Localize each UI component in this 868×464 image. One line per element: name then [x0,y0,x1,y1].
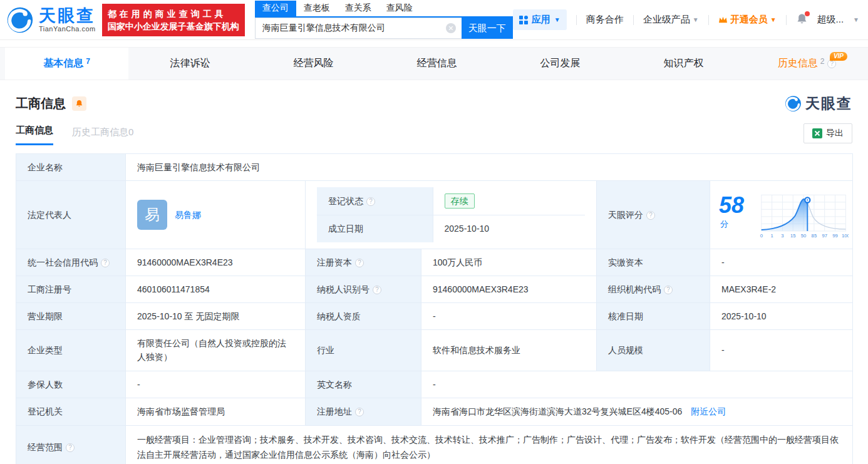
svg-text:3: 3 [781,232,783,238]
uscc-label: 统一社会信用代码? [16,249,126,276]
help-icon[interactable]: ? [373,286,381,294]
registered-address-label: 注册地址? [306,398,421,425]
staff-size-value: - [710,329,853,371]
subtab-business-info[interactable]: 工商信息 [16,125,53,145]
vip-badge: VIP [830,52,847,61]
taxpayer-id-label: 纳税人识别号? [306,276,421,302]
table-row: 统一社会信用代码? 91460000MAEX3R4E23 注册资本? 100万人… [16,249,853,276]
notification-bell[interactable] [796,13,808,27]
brand-name: 天眼查 [39,7,96,24]
table-row: 企业名称 海南巨量引擎信息技术有限公司 [16,154,853,181]
legal-rep-name-link[interactable]: 易鲁娜 [175,208,201,222]
notification-dot [805,11,810,16]
uscc-value: 91460000MAEX3R4E23 [126,249,306,276]
svg-text:15: 15 [790,232,796,238]
table-row: 参保人数 - 英文名称 - [16,371,853,398]
search-tab-company[interactable]: 查公司 [255,1,296,16]
company-name-label: 企业名称 [16,154,126,181]
watermark-logo: 天眼查 [785,94,852,113]
monitor-bell-button[interactable] [72,96,86,111]
score-distribution-chart: 0 1 3 15 50 85 97 99 100 [758,190,849,239]
tab-legal-proceedings[interactable]: 法律诉讼 [128,48,252,80]
industry-label: 行业 [306,329,421,371]
table-row: 营业期限 2025-10-10 至 无固定期限 纳税人资质 - 核准日期 202… [16,302,853,329]
legal-rep-avatar[interactable]: 易 [137,200,167,230]
score-label: 天眼评分? [597,181,710,249]
registered-address-value: 海南省海口市龙华区滨海街道滨海大道32号复兴城E区4楼405-06 附近公司 [421,398,853,425]
help-icon[interactable]: ? [355,408,364,416]
staff-size-label: 人员规模 [597,329,710,371]
tab-operation-info[interactable]: 经营信息 [375,48,499,80]
help-icon[interactable]: ? [366,197,375,206]
tab-intellectual-property[interactable]: 知识产权 [622,48,745,80]
nav-user-account[interactable]: 超级... [817,14,844,26]
help-icon[interactable]: ? [646,211,655,220]
english-name-value: - [421,371,853,398]
search-tab-risk[interactable]: 查风险 [379,1,420,16]
section-title: 工商信息 [16,95,66,112]
svg-text:100: 100 [842,232,849,238]
divider [708,15,709,25]
spacer [0,40,868,47]
main-content: 工商信息 天眼查 工商信息 历史工商信息0 导出 [0,94,868,464]
search-button[interactable]: 天眼一下 [462,18,513,39]
table-row: 工商注册号 460106011471854 纳税人识别号? 91460000MA… [16,276,853,302]
table-row: 经营范围? 一般经营项目：企业管理咨询；技术服务、技术开发、技术咨询、技术交流、… [16,425,853,464]
tab-operation-risk[interactable]: 经营风险 [252,48,375,80]
establish-date-label: 成立日期 [317,215,433,242]
tab-history-info[interactable]: VIP 历史信息 2 ? [745,48,868,80]
help-icon[interactable]: ? [101,259,110,267]
nav-enterprise-products[interactable]: 企业级产品 ▼ [643,14,699,26]
clear-search-icon[interactable]: ✕ [446,23,456,33]
apps-label: 应用 [532,14,550,26]
top-header: 天眼查 TianYanCha.com 都在用的商业查询工具 国家中小企业发展子基… [0,0,868,40]
search-input[interactable] [255,18,462,39]
search-tab-relation[interactable]: 查关系 [338,1,379,16]
company-type-label: 企业类型 [16,329,126,371]
slogan-line2: 国家中小企业发展子基金旗下机构 [108,20,239,33]
divider [576,15,577,25]
table-row: 法定代表人 易 易鲁娜 登记状态? 存续 [16,181,853,249]
table-row: 成立日期 2025-10-10 [317,215,585,242]
taxpayer-quality-label: 纳税人资质 [306,302,421,329]
score-number: 58分 [719,198,752,231]
company-type-value: 有限责任公司（自然人投资或控股的法人独资） [126,329,306,371]
nav-business-coop[interactable]: 商务合作 [586,14,624,26]
paid-capital-value: - [710,249,853,276]
company-tab-bar: 基本信息 7 法律诉讼 经营风险 经营信息 公司发展 知识产权 VIP 历史信息… [0,47,868,80]
export-button[interactable]: 导出 [803,123,852,143]
crown-icon [718,16,728,24]
paid-capital-label: 实缴资本 [597,249,710,276]
svg-text:85: 85 [812,232,817,238]
tianyancha-logo[interactable]: 天眼查 TianYanCha.com [6,6,96,34]
legal-rep-label: 法定代表人 [16,181,126,249]
brand-domain: TianYanCha.com [39,25,96,33]
tab-company-development[interactable]: 公司发展 [499,48,622,80]
help-icon[interactable]: ? [664,286,673,294]
help-icon[interactable]: ? [355,259,364,267]
tab-basic-info[interactable]: 基本信息 7 [5,48,128,80]
establish-date-value: 2025-10-10 [433,215,585,242]
chevron-down-icon: ▼ [693,16,699,23]
svg-text:1: 1 [770,232,773,238]
nearby-companies-link[interactable]: 附近公司 [691,405,726,418]
reg-number-label: 工商注册号 [16,276,126,302]
table-row: 登记状态? 存续 [317,187,585,215]
table-row: 企业类型 有限责任公司（自然人投资或控股的法人独资） 行业 软件和信息技术服务业… [16,329,853,371]
help-icon[interactable]: ? [66,443,75,452]
slogan-line1: 都在用的商业查询工具 [108,8,239,20]
subtab-history-business-info[interactable]: 历史工商信息0 [72,126,133,145]
tianyancha-logo-icon [785,95,802,112]
nav-open-vip[interactable]: 开通会员 ▼ [718,14,777,26]
chevron-down-icon: ▼ [770,16,777,23]
business-term-value: 2025-10-10 至 无固定期限 [126,302,306,329]
search-box: 查公司 查老板 查关系 查风险 ✕ 天眼一下 [255,1,513,39]
english-name-label: 英文名称 [306,371,421,398]
taxpayer-quality-value: - [421,302,597,329]
apps-menu[interactable]: 应用 ▼ [513,9,567,30]
search-tab-boss[interactable]: 查老板 [296,1,338,16]
business-scope-label: 经营范围? [16,425,126,464]
insured-count-value: - [126,371,306,398]
search-type-tabs: 查公司 查老板 查关系 查风险 [255,1,513,18]
reg-capital-label: 注册资本? [306,249,421,276]
